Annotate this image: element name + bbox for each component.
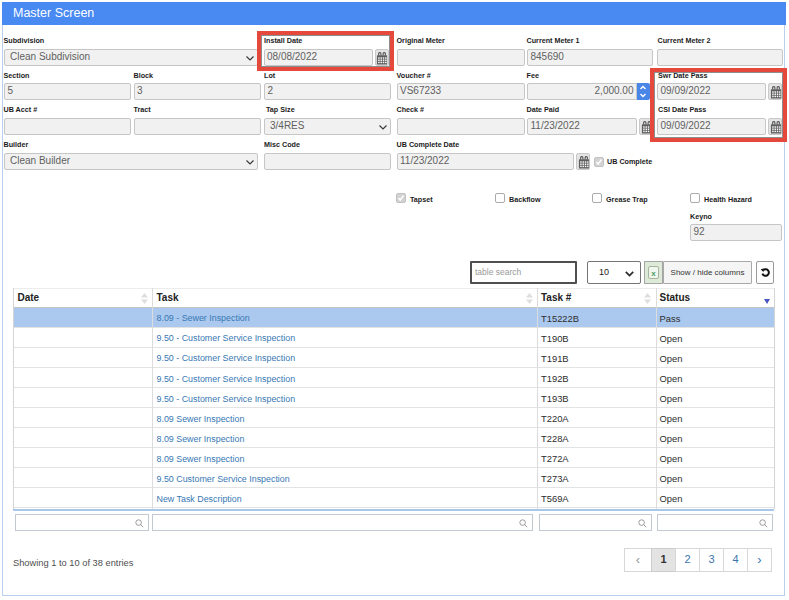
svg-text:x: x [651, 269, 656, 278]
